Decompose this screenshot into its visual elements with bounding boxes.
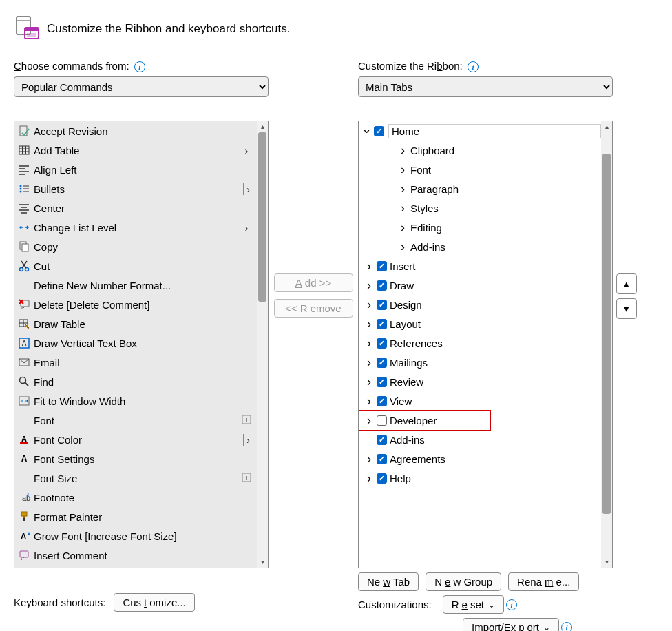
tree-row[interactable]: Font bbox=[359, 160, 601, 179]
checkbox[interactable] bbox=[377, 261, 387, 271]
checkbox[interactable] bbox=[377, 319, 387, 329]
customize-shortcuts-button[interactable]: Customize... bbox=[114, 593, 194, 612]
tree-row[interactable]: References bbox=[359, 333, 601, 353]
scroll-up-icon[interactable]: ▴ bbox=[257, 121, 268, 132]
import-export-button[interactable]: Import/Export⌄ bbox=[463, 618, 559, 631]
command-item[interactable]: AFont Color› bbox=[14, 430, 257, 449]
tree-row[interactable]: Styles bbox=[359, 198, 601, 218]
command-item[interactable]: Accept Revision bbox=[14, 121, 257, 141]
tree-row[interactable]: Mailings bbox=[359, 353, 601, 372]
command-item[interactable]: Add Table› bbox=[14, 141, 257, 160]
checkbox[interactable] bbox=[377, 358, 387, 368]
scroll-down-icon[interactable]: ▾ bbox=[601, 557, 612, 568]
tree-row[interactable]: Clipboard bbox=[359, 141, 601, 160]
chevron-right-icon[interactable] bbox=[364, 355, 374, 370]
command-item[interactable]: Copy bbox=[14, 237, 257, 256]
scroll-thumb[interactable] bbox=[258, 132, 266, 302]
chevron-right-icon[interactable] bbox=[364, 375, 374, 389]
chevron-right-icon[interactable] bbox=[364, 413, 374, 428]
checkbox[interactable] bbox=[377, 300, 387, 310]
chevron-right-icon[interactable] bbox=[398, 240, 408, 254]
command-item[interactable]: Email bbox=[14, 353, 257, 372]
checkbox[interactable] bbox=[374, 126, 384, 136]
choose-commands-dropdown[interactable]: Popular Commands bbox=[14, 76, 269, 97]
command-item[interactable]: Center bbox=[14, 198, 257, 218]
chevron-right-icon[interactable] bbox=[398, 163, 408, 177]
tree-row[interactable]: Editing bbox=[359, 218, 601, 237]
tree-row[interactable]: Review bbox=[359, 372, 601, 391]
command-item[interactable]: Change List Level› bbox=[14, 218, 257, 237]
checkbox[interactable] bbox=[377, 454, 387, 464]
chevron-right-icon[interactable] bbox=[398, 143, 408, 158]
chevron-right-icon[interactable] bbox=[364, 278, 374, 293]
command-item[interactable]: Align Left bbox=[14, 160, 257, 179]
command-item[interactable]: Fit to Window Width bbox=[14, 391, 257, 411]
command-item[interactable]: Cut bbox=[14, 256, 257, 276]
chevron-right-icon[interactable] bbox=[364, 471, 374, 486]
scroll-up-icon[interactable]: ▴ bbox=[601, 121, 612, 132]
chevron-right-icon[interactable] bbox=[364, 317, 374, 331]
checkbox[interactable] bbox=[377, 396, 387, 406]
remove-button[interactable]: << Remove bbox=[274, 299, 353, 318]
command-item[interactable]: Find bbox=[14, 372, 257, 391]
scroll-down-icon[interactable]: ▾ bbox=[257, 557, 268, 568]
command-item[interactable]: Define New Number Format... bbox=[14, 276, 257, 295]
command-item[interactable]: ADraw Vertical Text Box bbox=[14, 333, 257, 353]
chevron-right-icon[interactable] bbox=[398, 201, 408, 216]
tree-row[interactable]: Design bbox=[359, 295, 601, 314]
command-item[interactable]: Insert Comment bbox=[14, 546, 257, 565]
chevron-down-icon[interactable] bbox=[361, 123, 371, 138]
tree-row[interactable]: Layout bbox=[359, 314, 601, 333]
commands-listbox[interactable]: Accept RevisionAdd Table›Align LeftBulle… bbox=[14, 121, 269, 568]
command-item[interactable]: Format Painter bbox=[14, 507, 257, 526]
info-icon[interactable]: i bbox=[561, 622, 572, 631]
command-item[interactable]: Bullets› bbox=[14, 179, 257, 198]
scrollbar[interactable]: ▴ ▾ bbox=[601, 121, 612, 568]
chevron-right-icon[interactable] bbox=[398, 182, 408, 196]
command-item[interactable]: AFont Settings bbox=[14, 449, 257, 468]
chevron-right-icon[interactable] bbox=[364, 259, 374, 273]
tree-row[interactable]: Draw bbox=[359, 276, 601, 295]
scroll-thumb[interactable] bbox=[602, 154, 611, 515]
command-item[interactable]: ab1Footnote bbox=[14, 488, 257, 507]
command-item[interactable]: A▴Grow Font [Increase Font Size] bbox=[14, 526, 257, 546]
checkbox[interactable] bbox=[377, 338, 387, 349]
ribbon-tree[interactable]: HomeClipboardFontParagraphStylesEditingA… bbox=[358, 121, 613, 568]
tree-row[interactable]: Add-ins bbox=[359, 237, 601, 256]
checkbox[interactable] bbox=[377, 435, 387, 445]
chevron-right-icon[interactable] bbox=[364, 394, 374, 408]
add-button[interactable]: Add >> bbox=[274, 273, 353, 292]
chevron-right-icon[interactable] bbox=[398, 220, 408, 235]
move-down-button[interactable]: ▾ bbox=[616, 298, 637, 319]
info-icon[interactable]: i bbox=[506, 599, 517, 610]
new-group-button[interactable]: New Group bbox=[426, 572, 501, 591]
checkbox[interactable] bbox=[377, 473, 387, 484]
customize-ribbon-dropdown[interactable]: Main Tabs bbox=[358, 76, 613, 97]
tree-row[interactable]: Paragraph bbox=[359, 179, 601, 198]
command-item[interactable]: Insert Page & Section Breaks bbox=[14, 565, 257, 568]
new-tab-button[interactable]: New Tab bbox=[358, 572, 419, 591]
tree-row[interactable]: Add-ins bbox=[359, 430, 601, 449]
tree-row[interactable]: Agreements bbox=[359, 449, 601, 468]
chevron-right-icon[interactable] bbox=[364, 298, 374, 312]
tree-row[interactable]: Help bbox=[359, 468, 601, 488]
rename-button[interactable]: Rename... bbox=[508, 572, 579, 591]
command-item[interactable]: Font SizeI bbox=[14, 468, 257, 488]
chevron-right-icon[interactable] bbox=[364, 452, 374, 466]
scrollbar[interactable]: ▴ ▾ bbox=[257, 121, 268, 568]
tree-row[interactable]: Insert bbox=[359, 256, 601, 276]
move-up-button[interactable]: ▴ bbox=[616, 273, 637, 294]
tree-row[interactable]: Developer bbox=[359, 411, 601, 430]
chevron-right-icon[interactable] bbox=[364, 336, 374, 351]
checkbox[interactable] bbox=[377, 280, 387, 291]
tree-row[interactable]: View bbox=[359, 391, 601, 411]
info-icon[interactable]: i bbox=[134, 61, 145, 72]
checkbox[interactable] bbox=[377, 415, 387, 426]
command-item[interactable]: FontI bbox=[14, 411, 257, 430]
info-icon[interactable]: i bbox=[468, 61, 479, 72]
reset-button[interactable]: Reset⌄ bbox=[443, 595, 504, 614]
tree-row-home[interactable]: Home bbox=[359, 121, 601, 141]
command-item[interactable]: Delete [Delete Comment] bbox=[14, 295, 257, 314]
checkbox[interactable] bbox=[377, 377, 387, 387]
command-item[interactable]: Draw Table bbox=[14, 314, 257, 333]
